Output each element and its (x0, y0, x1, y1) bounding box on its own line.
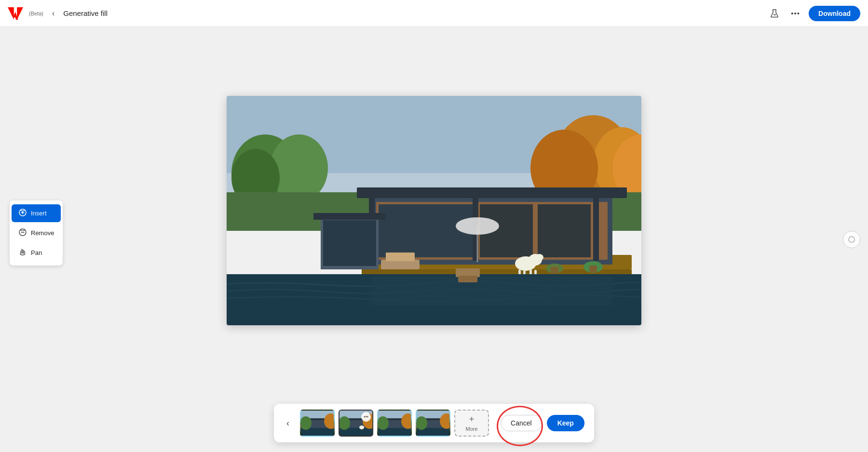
image-canvas (227, 96, 641, 325)
main-area: Insert Remove Pan (0, 27, 868, 452)
svg-rect-45 (371, 277, 612, 306)
svg-rect-21 (379, 204, 473, 257)
svg-rect-20 (538, 204, 591, 257)
svg-rect-26 (313, 213, 386, 220)
svg-rect-29 (386, 253, 415, 261)
scroll-handle[interactable] (843, 231, 860, 248)
svg-rect-42 (589, 266, 597, 272)
thumb-image-4 (417, 411, 450, 437)
thumbnail-4[interactable] (416, 410, 450, 437)
generated-image (227, 96, 641, 325)
cancel-button[interactable]: Cancel (501, 415, 542, 431)
thumbnail-3[interactable] (377, 410, 412, 437)
header-right: ••• Download (767, 6, 860, 21)
svg-point-5 (270, 134, 328, 202)
remove-label: Remove (31, 229, 54, 237)
pan-label: Pan (31, 249, 42, 256)
bottom-panel: ‹ (274, 404, 594, 442)
download-button[interactable]: Download (809, 6, 860, 21)
svg-point-77 (849, 237, 854, 242)
insert-icon (18, 209, 27, 218)
pan-icon (18, 248, 27, 257)
keep-button[interactable]: Keep (547, 415, 584, 431)
header-left: (Beta) ‹ Generative fill (8, 7, 108, 20)
labs-icon (770, 9, 779, 18)
tools-panel: Insert Remove Pan (10, 200, 63, 266)
page-title: Generative fill (63, 9, 108, 17)
svg-point-31 (456, 217, 499, 235)
thumb-badge: ••• (361, 412, 371, 422)
scene-svg (227, 96, 641, 325)
ellipsis-icon: ••• (791, 9, 800, 17)
back-icon: ‹ (52, 9, 54, 18)
header: (Beta) ‹ Generative fill ••• Download (0, 0, 868, 27)
thumbnail-2[interactable]: ••• (339, 410, 373, 437)
svg-rect-24 (593, 188, 599, 261)
back-button[interactable]: ‹ (48, 7, 58, 20)
svg-point-34 (535, 254, 543, 261)
scroll-icon (848, 236, 855, 243)
more-button[interactable]: + More (454, 410, 489, 437)
insert-label: Insert (31, 210, 47, 217)
labs-icon-button[interactable] (767, 6, 782, 21)
thumbnail-1[interactable] (300, 410, 335, 437)
plus-icon: + (469, 414, 475, 425)
pan-tool[interactable]: Pan (12, 244, 61, 262)
thumb-image-3 (378, 411, 412, 437)
prev-arrow-button[interactable]: ‹ (284, 416, 292, 430)
svg-point-62 (359, 425, 364, 429)
insert-tool[interactable]: Insert (12, 204, 61, 222)
svg-rect-40 (551, 267, 558, 274)
prev-arrow-icon: ‹ (286, 418, 289, 428)
svg-rect-15 (357, 187, 627, 198)
remove-icon (18, 228, 27, 238)
svg-rect-47 (458, 276, 477, 282)
more-options-button[interactable]: ••• (788, 6, 803, 20)
thumbnails-container: ••• (300, 410, 489, 437)
adobe-logo (8, 7, 23, 20)
svg-rect-27 (323, 220, 376, 266)
more-label: More (466, 426, 478, 432)
remove-tool[interactable]: Remove (12, 224, 61, 242)
action-buttons: Cancel Keep (501, 415, 584, 431)
beta-badge: (Beta) (29, 11, 43, 16)
thumb-image-1 (301, 411, 335, 437)
